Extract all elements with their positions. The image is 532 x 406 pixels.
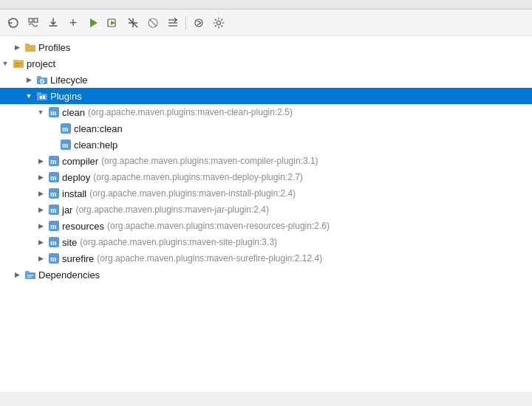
svg-text:m: m <box>50 109 57 117</box>
tree-label-profiles: Profiles <box>38 42 70 53</box>
tree-arrow-resources-plugin[interactable]: ▶ <box>35 221 46 231</box>
svg-rect-20 <box>15 63 22 64</box>
svg-rect-21 <box>15 65 20 66</box>
tree-muted-jar-plugin: (org.apache.maven.plugins:maven-jar-plug… <box>75 204 268 215</box>
tree-muted-install-plugin: (org.apache.maven.plugins:maven-install-… <box>89 188 296 199</box>
svg-text:m: m <box>50 157 57 165</box>
svg-text:m: m <box>50 222 57 230</box>
tree-icon-install-plugin: m <box>48 187 60 199</box>
settings-icon[interactable] <box>210 14 228 32</box>
svg-rect-1 <box>34 18 38 22</box>
skip-tests-icon[interactable] <box>124 14 142 32</box>
tree-item-project[interactable]: ▼ project <box>0 55 532 72</box>
tree-icon-project <box>13 58 24 69</box>
add-button[interactable]: + <box>64 14 82 32</box>
tree-label-clean-help: clean:help <box>74 140 117 151</box>
toolbar-separator <box>185 16 186 30</box>
tree-icon-clean-help: m <box>60 139 72 151</box>
run-button[interactable] <box>84 14 102 32</box>
svg-line-9 <box>149 19 157 27</box>
tree-arrow-profiles[interactable]: ▶ <box>12 42 22 52</box>
toolbar: + <box>0 10 532 36</box>
tree-item-profiles[interactable]: ▶ Profiles <box>0 39 532 55</box>
tree-icon-clean-plugin: m <box>48 106 60 118</box>
tree-arrow-deploy-plugin[interactable]: ▶ <box>35 172 46 182</box>
tree-muted-resources-plugin: (org.apache.maven.plugins:maven-resource… <box>107 221 330 231</box>
collapse-all-icon[interactable] <box>164 14 182 32</box>
tree-item-site-plugin[interactable]: ▶ m site(org.apache.maven.plugins:maven-… <box>0 234 532 250</box>
tree-panel: ▶ Profiles▼ project▶ Lifecycle▼ Plugins▼… <box>0 36 532 392</box>
svg-marker-4 <box>111 21 115 25</box>
tree-item-compiler-plugin[interactable]: ▶ m compiler(org.apache.maven.plugins:ma… <box>0 153 532 169</box>
svg-text:m: m <box>50 255 57 263</box>
tree-item-clean-help[interactable]: m clean:help <box>0 137 532 153</box>
tree-muted-deploy-plugin: (org.apache.maven.plugins:maven-deploy-p… <box>93 172 303 182</box>
svg-rect-18 <box>13 61 24 68</box>
execute-goals-icon[interactable] <box>190 14 208 32</box>
tree-label-deploy-plugin: deploy <box>62 172 90 183</box>
tree-label-clean-plugin: clean <box>62 107 85 118</box>
tree-label-install-plugin: install <box>62 188 86 199</box>
tree-item-deploy-plugin[interactable]: ▶ m deploy(org.apache.maven.plugins:mave… <box>0 169 532 185</box>
tree-item-clean-plugin[interactable]: ▼ m clean(org.apache.maven.plugins:maven… <box>0 104 532 120</box>
tree-item-install-plugin[interactable]: ▶ m install(org.apache.maven.plugins:mav… <box>0 185 532 202</box>
tree-item-jar-plugin[interactable]: ▶ m jar(org.apache.maven.plugins:maven-j… <box>0 202 532 218</box>
tree-label-site-plugin: site <box>62 237 77 248</box>
tree-label-resources-plugin: resources <box>62 221 104 232</box>
run-with-icon[interactable] <box>104 14 122 32</box>
svg-rect-24 <box>43 95 45 99</box>
svg-rect-23 <box>40 96 42 99</box>
tree-label-project: project <box>27 58 55 69</box>
tree-arrow-plugins[interactable]: ▼ <box>24 91 34 101</box>
tree-arrow-surefire-plugin[interactable]: ▶ <box>35 253 46 264</box>
svg-point-13 <box>195 19 202 27</box>
tree-icon-site-plugin: m <box>48 236 60 248</box>
svg-marker-2 <box>90 18 98 27</box>
tree-arrow-clean-clean[interactable] <box>47 123 58 134</box>
tree-item-dependencies[interactable]: ▶ Dependencies <box>0 266 532 283</box>
tree-label-dependencies: Dependencies <box>38 269 100 281</box>
tree-arrow-clean-plugin[interactable]: ▼ <box>35 107 46 117</box>
tree-muted-surefire-plugin: (org.apache.maven.plugins:maven-surefire… <box>97 253 322 264</box>
tree-arrow-project[interactable]: ▼ <box>0 58 10 69</box>
svg-line-15 <box>197 23 201 25</box>
tree-icon-surefire-plugin: m <box>48 252 60 264</box>
tree-icon-plugins <box>36 90 48 102</box>
tree-icon-profiles <box>24 41 36 53</box>
tree-arrow-dependencies[interactable]: ▶ <box>12 269 22 280</box>
refresh-icon[interactable] <box>4 14 22 32</box>
svg-text:m: m <box>50 238 57 247</box>
tree-label-compiler-plugin: compiler <box>62 156 98 167</box>
tree-arrow-install-plugin[interactable]: ▶ <box>35 188 46 199</box>
svg-text:m: m <box>62 125 69 133</box>
stop-icon[interactable] <box>144 14 162 32</box>
tree-arrow-site-plugin[interactable]: ▶ <box>35 237 46 247</box>
tree-arrow-lifecycle[interactable]: ▶ <box>24 75 34 85</box>
tree-muted-compiler-plugin: (org.apache.maven.plugins:maven-compiler… <box>101 156 318 166</box>
tree-muted-clean-plugin: (org.apache.maven.plugins:maven-clean-pl… <box>88 107 293 117</box>
tree-label-jar-plugin: jar <box>62 204 72 216</box>
tree-icon-compiler-plugin: m <box>48 155 60 167</box>
svg-point-16 <box>217 21 221 24</box>
tree-icon-deploy-plugin: m <box>48 171 60 183</box>
tree-arrow-clean-help[interactable] <box>47 140 58 150</box>
tree-icon-dependencies <box>24 269 36 281</box>
tree-icon-resources-plugin: m <box>48 220 60 232</box>
tree-arrow-jar-plugin[interactable]: ▶ <box>35 204 46 215</box>
tree-icon-jar-plugin: m <box>48 204 60 216</box>
tree-arrow-compiler-plugin[interactable]: ▶ <box>35 156 46 166</box>
tree-item-clean-clean[interactable]: m clean:clean <box>0 120 532 137</box>
reimport-icon[interactable] <box>24 14 42 32</box>
tree-icon-lifecycle <box>36 74 48 86</box>
tree-item-lifecycle[interactable]: ▶ Lifecycle <box>0 72 532 88</box>
tree-label-plugins: Plugins <box>50 91 82 102</box>
svg-text:m: m <box>50 190 57 198</box>
tree-item-surefire-plugin[interactable]: ▶ m surefire(org.apache.maven.plugins:ma… <box>0 250 532 266</box>
tree-icon-clean-clean: m <box>60 123 72 134</box>
tree-label-lifecycle: Lifecycle <box>50 75 88 86</box>
download-icon[interactable] <box>44 14 62 32</box>
svg-rect-0 <box>29 18 33 22</box>
tree-item-resources-plugin[interactable]: ▶ m resources(org.apache.maven.plugins:m… <box>0 218 532 234</box>
tree-item-plugins[interactable]: ▼ Plugins <box>0 88 532 104</box>
svg-line-14 <box>197 21 201 23</box>
